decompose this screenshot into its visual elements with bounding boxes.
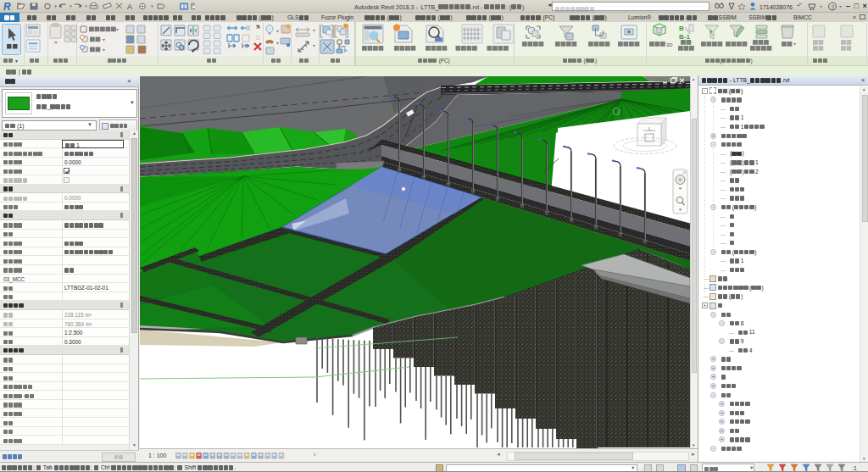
svg-text:?: ? xyxy=(831,3,835,11)
svg-text:B: B xyxy=(679,25,684,32)
svg-text:1714028076: 1714028076 xyxy=(760,4,793,10)
svg-text:3D: 3D xyxy=(666,42,672,47)
svg-text:B-1: B-1 xyxy=(679,33,690,41)
svg-text:A: A xyxy=(127,3,132,11)
